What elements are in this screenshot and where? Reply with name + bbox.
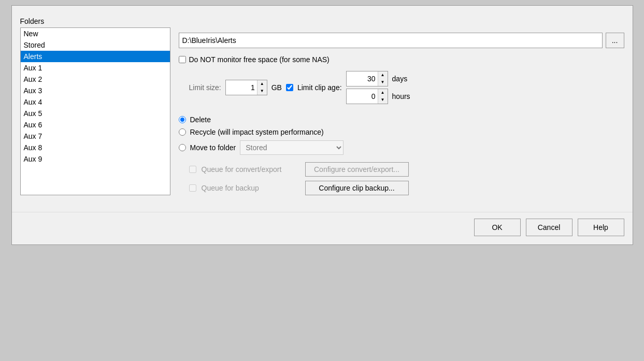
- recycle-radio[interactable]: [179, 128, 186, 136]
- backup-row: Queue for backup Configure clip backup..…: [189, 181, 624, 195]
- folder-list-item[interactable]: Aux 9: [21, 153, 170, 165]
- monitor-checkbox-row: Do NOT monitor free space (for some NAS): [179, 55, 624, 64]
- hours-input[interactable]: [347, 89, 378, 104]
- limit-size-spinner-buttons: ▲ ▼: [257, 80, 267, 95]
- limit-size-label: Limit size:: [189, 83, 221, 92]
- monitor-label: Do NOT monitor free space (for some NAS): [189, 55, 330, 64]
- days-spinner-buttons: ▲ ▼: [378, 71, 388, 86]
- hours-spinner-buttons: ▲ ▼: [378, 89, 388, 104]
- days-down-button[interactable]: ▼: [378, 79, 388, 86]
- ok-button[interactable]: OK: [474, 219, 521, 236]
- main-dialog: Folders NewStoredAlertsAux 1Aux 2Aux 3Au…: [11, 5, 633, 245]
- limit-size-input[interactable]: [226, 80, 257, 95]
- limit-clip-age-checkbox[interactable]: [286, 84, 293, 91]
- path-input[interactable]: [179, 33, 603, 48]
- backup-checkbox[interactable]: [189, 184, 196, 192]
- folder-list-item[interactable]: Aux 4: [21, 96, 170, 108]
- days-spinner: ▲ ▼: [346, 71, 388, 86]
- top-bar: [12, 6, 633, 11]
- move-radio[interactable]: [179, 144, 186, 151]
- bottom-buttons: OK Cancel Help: [12, 212, 633, 244]
- folder-list-item[interactable]: Alerts: [21, 51, 170, 62]
- limit-size-down-button[interactable]: ▼: [257, 88, 267, 95]
- folder-list-item[interactable]: Aux 1: [21, 62, 170, 74]
- folder-list-item[interactable]: Aux 5: [21, 108, 170, 119]
- days-row: ▲ ▼ days: [346, 71, 410, 86]
- cancel-button[interactable]: Cancel: [526, 219, 573, 236]
- browse-button[interactable]: ...: [606, 33, 624, 48]
- convert-label: Queue for convert/export: [202, 165, 300, 174]
- age-section: ▲ ▼ days ▲ ▼: [346, 71, 410, 104]
- convert-row: Queue for convert/export Configure conve…: [189, 162, 624, 177]
- recycle-radio-row: Recycle (will impact system performance): [179, 128, 624, 136]
- folder-list-item[interactable]: Aux 8: [21, 142, 170, 153]
- monitor-checkbox[interactable]: [179, 56, 186, 63]
- days-input[interactable]: [347, 71, 378, 86]
- path-row: ...: [179, 33, 624, 48]
- hours-row: ▲ ▼ hours: [346, 89, 410, 104]
- folders-listbox[interactable]: NewStoredAlertsAux 1Aux 2Aux 3Aux 4Aux 5…: [20, 27, 170, 195]
- folder-list-item[interactable]: Aux 2: [21, 74, 170, 85]
- delete-radio-row: Delete: [179, 115, 624, 124]
- folders-panel: Folders NewStoredAlertsAux 1Aux 2Aux 3Au…: [20, 17, 170, 195]
- hours-up-button[interactable]: ▲: [378, 89, 388, 96]
- help-button[interactable]: Help: [578, 219, 624, 236]
- move-radio-row: Move to folder Stored: [179, 140, 624, 155]
- limit-size-unit: GB: [271, 83, 282, 92]
- radio-section: Delete Recycle (will impact system perfo…: [179, 115, 624, 155]
- hours-spinner: ▲ ▼: [346, 89, 388, 104]
- convert-checkbox[interactable]: [189, 166, 196, 173]
- limit-row: Limit size: ▲ ▼ GB Limit clip age:: [189, 71, 624, 104]
- folder-list-item[interactable]: Aux 7: [21, 131, 170, 142]
- recycle-label: Recycle (will impact system performance): [190, 128, 324, 136]
- limit-size-spinner: ▲ ▼: [225, 80, 267, 95]
- delete-radio[interactable]: [179, 116, 186, 123]
- right-panel: ... Do NOT monitor free space (for some …: [179, 17, 624, 195]
- configure-convert-button[interactable]: Configure convert/export...: [305, 162, 409, 177]
- configure-backup-button[interactable]: Configure clip backup...: [305, 181, 409, 195]
- main-area: Folders NewStoredAlertsAux 1Aux 2Aux 3Au…: [20, 17, 624, 195]
- hours-down-button[interactable]: ▼: [378, 96, 388, 104]
- folder-list-item[interactable]: Aux 6: [21, 119, 170, 131]
- limit-clip-age-label: Limit clip age:: [297, 83, 342, 92]
- convert-backup-section: Queue for convert/export Configure conve…: [189, 162, 624, 195]
- days-unit: days: [392, 75, 408, 83]
- days-up-button[interactable]: ▲: [378, 71, 388, 79]
- folder-list-item[interactable]: Aux 3: [21, 85, 170, 96]
- folders-label: Folders: [20, 17, 170, 25]
- move-label: Move to folder: [190, 143, 236, 152]
- dialog-content: Folders NewStoredAlertsAux 1Aux 2Aux 3Au…: [12, 11, 633, 212]
- move-folder-select[interactable]: Stored: [240, 140, 344, 155]
- limit-size-up-button[interactable]: ▲: [257, 80, 267, 88]
- folder-list-item[interactable]: New: [21, 28, 170, 39]
- folder-list-item[interactable]: Stored: [21, 39, 170, 51]
- backup-label: Queue for backup: [202, 184, 300, 192]
- hours-unit: hours: [392, 92, 410, 100]
- delete-label: Delete: [190, 115, 211, 124]
